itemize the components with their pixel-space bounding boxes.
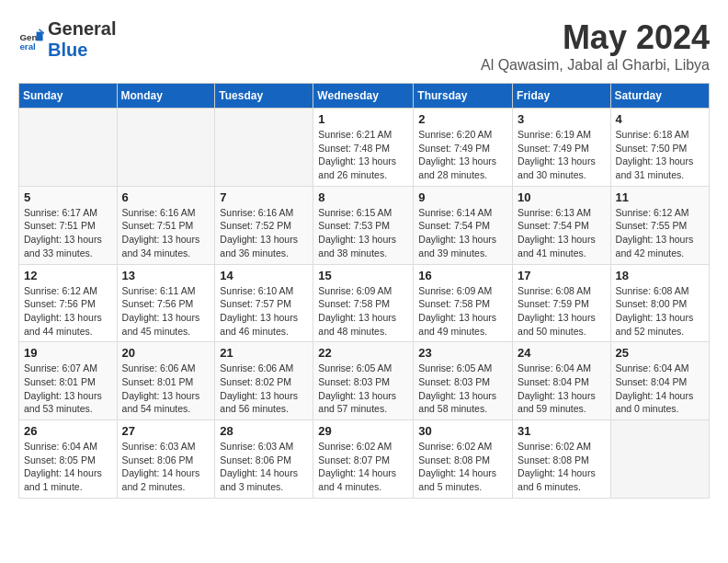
day-info: Sunrise: 6:12 AM Sunset: 7:55 PM Dayligh… xyxy=(616,206,704,260)
day-info: Sunrise: 6:14 AM Sunset: 7:54 PM Dayligh… xyxy=(418,206,507,260)
day-number: 19 xyxy=(24,346,112,360)
calendar-cell: 22Sunrise: 6:05 AM Sunset: 8:03 PM Dayli… xyxy=(313,342,414,420)
calendar-cell: 26Sunrise: 6:04 AM Sunset: 8:05 PM Dayli… xyxy=(19,420,118,499)
calendar-cell: 17Sunrise: 6:08 AM Sunset: 7:59 PM Dayli… xyxy=(513,264,611,342)
calendar-cell: 11Sunrise: 6:12 AM Sunset: 7:55 PM Dayli… xyxy=(610,186,709,264)
day-info: Sunrise: 6:21 AM Sunset: 7:48 PM Dayligh… xyxy=(318,128,408,182)
day-number: 6 xyxy=(122,190,210,204)
day-info: Sunrise: 6:06 AM Sunset: 8:01 PM Dayligh… xyxy=(122,362,210,416)
calendar-cell: 29Sunrise: 6:02 AM Sunset: 8:07 PM Dayli… xyxy=(313,420,414,499)
calendar-cell: 28Sunrise: 6:03 AM Sunset: 8:06 PM Dayli… xyxy=(215,420,313,499)
day-number: 20 xyxy=(122,346,210,360)
day-info: Sunrise: 6:04 AM Sunset: 8:05 PM Dayligh… xyxy=(24,440,112,494)
day-number: 18 xyxy=(616,269,704,282)
calendar-header: Gen eral General Blue May 2024 Al Qawasi… xyxy=(18,18,710,74)
day-info: Sunrise: 6:04 AM Sunset: 8:04 PM Dayligh… xyxy=(518,362,606,416)
logo: Gen eral General Blue xyxy=(18,18,116,61)
column-header-sunday: Sunday xyxy=(19,84,118,109)
calendar-title: May 2024 xyxy=(481,18,710,57)
day-number: 5 xyxy=(24,190,112,204)
day-number: 31 xyxy=(518,424,606,438)
day-number: 8 xyxy=(318,190,408,204)
day-info: Sunrise: 6:17 AM Sunset: 7:51 PM Dayligh… xyxy=(24,206,112,260)
day-number: 11 xyxy=(616,190,704,204)
day-number: 17 xyxy=(518,269,606,282)
day-info: Sunrise: 6:03 AM Sunset: 8:06 PM Dayligh… xyxy=(122,440,210,494)
day-number: 1 xyxy=(318,112,408,126)
calendar-cell xyxy=(117,109,215,187)
day-number: 30 xyxy=(418,424,507,438)
calendar-cell: 14Sunrise: 6:10 AM Sunset: 7:57 PM Dayli… xyxy=(215,264,313,342)
column-header-tuesday: Tuesday xyxy=(215,84,313,109)
day-number: 15 xyxy=(318,269,408,282)
day-info: Sunrise: 6:07 AM Sunset: 8:01 PM Dayligh… xyxy=(24,362,112,416)
calendar-cell: 3Sunrise: 6:19 AM Sunset: 7:49 PM Daylig… xyxy=(513,109,611,187)
day-number: 13 xyxy=(122,269,210,282)
day-info: Sunrise: 6:03 AM Sunset: 8:06 PM Dayligh… xyxy=(220,440,308,494)
column-header-friday: Friday xyxy=(513,84,611,109)
day-info: Sunrise: 6:09 AM Sunset: 7:58 PM Dayligh… xyxy=(318,284,408,339)
svg-marker-2 xyxy=(37,32,43,41)
day-number: 7 xyxy=(220,190,308,204)
day-number: 4 xyxy=(616,112,704,126)
day-number: 24 xyxy=(518,346,606,360)
day-info: Sunrise: 6:20 AM Sunset: 7:49 PM Dayligh… xyxy=(418,128,507,182)
calendar-cell: 7Sunrise: 6:16 AM Sunset: 7:52 PM Daylig… xyxy=(215,186,313,264)
day-number: 28 xyxy=(220,424,308,438)
calendar-cell xyxy=(215,109,313,187)
column-header-wednesday: Wednesday xyxy=(313,84,414,109)
calendar-cell: 30Sunrise: 6:02 AM Sunset: 8:08 PM Dayli… xyxy=(414,420,513,499)
day-info: Sunrise: 6:13 AM Sunset: 7:54 PM Dayligh… xyxy=(518,206,606,260)
day-info: Sunrise: 6:02 AM Sunset: 8:08 PM Dayligh… xyxy=(418,440,507,494)
calendar-cell: 15Sunrise: 6:09 AM Sunset: 7:58 PM Dayli… xyxy=(313,264,414,342)
day-info: Sunrise: 6:09 AM Sunset: 7:58 PM Dayligh… xyxy=(418,284,507,339)
day-info: Sunrise: 6:15 AM Sunset: 7:53 PM Dayligh… xyxy=(318,206,408,260)
day-number: 10 xyxy=(518,190,606,204)
day-number: 9 xyxy=(418,190,507,204)
calendar-cell: 24Sunrise: 6:04 AM Sunset: 8:04 PM Dayli… xyxy=(513,342,611,420)
day-info: Sunrise: 6:16 AM Sunset: 7:52 PM Dayligh… xyxy=(220,206,308,260)
calendar-cell: 12Sunrise: 6:12 AM Sunset: 7:56 PM Dayli… xyxy=(19,264,118,342)
calendar-cell: 13Sunrise: 6:11 AM Sunset: 7:56 PM Dayli… xyxy=(117,264,215,342)
day-info: Sunrise: 6:19 AM Sunset: 7:49 PM Dayligh… xyxy=(518,128,606,182)
title-area: May 2024 Al Qawasim, Jabal al Gharbi, Li… xyxy=(481,18,710,74)
calendar-cell xyxy=(610,420,709,499)
calendar-cell: 18Sunrise: 6:08 AM Sunset: 8:00 PM Dayli… xyxy=(610,264,709,342)
day-number: 12 xyxy=(24,269,112,282)
logo-icon: Gen eral xyxy=(18,27,44,52)
day-info: Sunrise: 6:06 AM Sunset: 8:02 PM Dayligh… xyxy=(220,362,308,416)
day-number: 21 xyxy=(220,346,308,360)
logo-text-blue: Blue xyxy=(48,40,87,60)
svg-text:eral: eral xyxy=(19,41,36,52)
day-info: Sunrise: 6:05 AM Sunset: 8:03 PM Dayligh… xyxy=(418,362,507,416)
calendar-cell: 19Sunrise: 6:07 AM Sunset: 8:01 PM Dayli… xyxy=(19,342,118,420)
calendar-cell: 16Sunrise: 6:09 AM Sunset: 7:58 PM Dayli… xyxy=(414,264,513,342)
day-info: Sunrise: 6:08 AM Sunset: 8:00 PM Dayligh… xyxy=(616,284,704,339)
day-info: Sunrise: 6:16 AM Sunset: 7:51 PM Dayligh… xyxy=(122,206,210,260)
calendar-cell: 27Sunrise: 6:03 AM Sunset: 8:06 PM Dayli… xyxy=(117,420,215,499)
calendar-cell: 20Sunrise: 6:06 AM Sunset: 8:01 PM Dayli… xyxy=(117,342,215,420)
column-header-monday: Monday xyxy=(117,84,215,109)
calendar-cell: 5Sunrise: 6:17 AM Sunset: 7:51 PM Daylig… xyxy=(19,186,118,264)
calendar-cell: 25Sunrise: 6:04 AM Sunset: 8:04 PM Dayli… xyxy=(610,342,709,420)
day-number: 16 xyxy=(418,269,507,282)
day-number: 25 xyxy=(616,346,704,360)
calendar-table: SundayMondayTuesdayWednesdayThursdayFrid… xyxy=(18,83,710,499)
day-info: Sunrise: 6:02 AM Sunset: 8:08 PM Dayligh… xyxy=(518,440,606,494)
calendar-cell: 31Sunrise: 6:02 AM Sunset: 8:08 PM Dayli… xyxy=(513,420,611,499)
calendar-cell: 2Sunrise: 6:20 AM Sunset: 7:49 PM Daylig… xyxy=(414,109,513,187)
calendar-cell: 21Sunrise: 6:06 AM Sunset: 8:02 PM Dayli… xyxy=(215,342,313,420)
day-info: Sunrise: 6:11 AM Sunset: 7:56 PM Dayligh… xyxy=(122,284,210,339)
day-number: 3 xyxy=(518,112,606,126)
day-info: Sunrise: 6:18 AM Sunset: 7:50 PM Dayligh… xyxy=(616,128,704,182)
calendar-subtitle: Al Qawasim, Jabal al Gharbi, Libya xyxy=(481,57,710,74)
day-info: Sunrise: 6:05 AM Sunset: 8:03 PM Dayligh… xyxy=(318,362,408,416)
day-info: Sunrise: 6:02 AM Sunset: 8:07 PM Dayligh… xyxy=(318,440,408,494)
day-number: 2 xyxy=(418,112,507,126)
logo-text-general: General xyxy=(48,18,116,39)
day-info: Sunrise: 6:12 AM Sunset: 7:56 PM Dayligh… xyxy=(24,284,112,339)
day-info: Sunrise: 6:08 AM Sunset: 7:59 PM Dayligh… xyxy=(518,284,606,339)
calendar-cell xyxy=(19,109,118,187)
column-header-thursday: Thursday xyxy=(414,84,513,109)
day-number: 22 xyxy=(318,346,408,360)
